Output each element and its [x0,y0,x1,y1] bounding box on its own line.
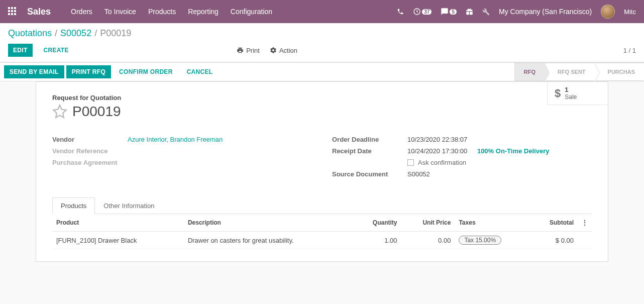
checkbox-icon[interactable] [407,159,414,166]
cell-unit-price: 0.00 [401,232,455,249]
cell-subtotal: $ 0.00 [530,232,578,249]
user-name[interactable]: Mitc [624,8,636,16]
breadcrumb-mid[interactable]: S00052 [60,28,91,39]
stage-rfq-sent[interactable]: RFQ SENT [545,63,595,81]
print-label: Print [246,47,260,54]
fields-left: Vendor Azure Interior, Brandon Freeman V… [52,134,312,180]
stage-rfq[interactable]: RFQ [514,63,545,81]
source-doc-value: S00052 [407,170,430,178]
create-button[interactable]: CREATE [39,44,74,57]
control-panel: Quotations / S00052 / P00019 EDIT CREATE… [0,23,644,62]
stage-purchase[interactable]: PURCHAS [595,63,644,81]
tabs: Products Other Information [52,197,592,214]
action-label: Action [279,47,297,54]
th-options[interactable]: ⋮ [578,214,592,232]
ask-confirmation-spacer [332,159,407,166]
tools-icon[interactable] [482,8,490,16]
on-time-delivery-link[interactable]: 100% On-Time Delivery [477,147,550,155]
breadcrumb: Quotations / S00052 / P00019 [8,28,636,39]
th-unit-price[interactable]: Unit Price [401,214,455,232]
order-deadline-value: 10/23/2020 22:38:07 [407,136,467,143]
cell-options [578,232,592,249]
form-sheet: $ 1 Sale Request for Quotation P00019 [36,81,608,262]
th-description[interactable]: Description [184,214,353,232]
nav-to-invoice[interactable]: To Invoice [104,8,136,16]
fields-right: Order Deadline 10/23/2020 22:38:07 Recei… [332,134,592,180]
th-quantity[interactable]: Quantity [353,214,401,232]
doc-title: P00019 [72,104,121,120]
tab-products[interactable]: Products [52,197,95,214]
purchase-agreement-label: Purchase Agreement [52,159,128,166]
print-action-group: Print Action [237,47,297,54]
app-brand[interactable]: Sales [27,7,51,17]
dollar-icon: $ [555,87,561,100]
activities-badge: 37 [422,9,432,15]
gift-icon[interactable] [466,8,473,16]
pager[interactable]: 1 / 1 [623,47,636,54]
stat-count: 1 [565,86,577,93]
print-icon [237,47,244,54]
tab-other-info[interactable]: Other Information [95,197,163,214]
discuss-icon[interactable]: 5 [441,8,457,16]
ask-confirmation-field[interactable]: Ask confirmation [407,159,466,166]
print-rfq-button[interactable]: PRINT RFQ [66,65,111,78]
th-taxes[interactable]: Taxes [455,214,530,232]
phone-icon[interactable] [397,8,404,15]
vendor-ref-label: Vendor Reference [52,147,128,155]
send-email-button[interactable]: SEND BY EMAIL [4,65,64,78]
tax-badge: Tax 15.00% [459,236,501,245]
stat-button-box: $ 1 Sale [547,82,608,105]
breadcrumb-root[interactable]: Quotations [8,28,52,39]
breadcrumb-sep: / [94,28,97,39]
confirm-order-button[interactable]: CONFIRM ORDER [112,66,180,78]
breadcrumb-current: P00019 [100,28,131,39]
doc-type-label: Request for Quotation [52,94,592,102]
company-selector[interactable]: My Company (San Francisco) [499,8,592,16]
th-product[interactable]: Product [52,214,184,232]
print-button[interactable]: Print [237,47,260,54]
nav-right: 37 5 My Company (San Francisco) Mitc [397,5,636,19]
cell-taxes: Tax 15.00% [455,232,530,249]
nav-links: Orders To Invoice Products Reporting Con… [71,8,272,16]
avatar[interactable] [601,5,615,19]
source-doc-label: Source Document [332,170,407,178]
top-nav: Sales Orders To Invoice Products Reporti… [0,0,644,23]
nav-products[interactable]: Products [148,8,176,16]
cell-quantity: 1.00 [353,232,401,249]
table-row[interactable]: [FURN_2100] Drawer Black Drawer on caste… [52,232,592,249]
vendor-link[interactable]: Azure Interior, Brandon Freeman [128,136,223,143]
stat-label: Sale [565,93,577,100]
nav-reporting[interactable]: Reporting [188,8,219,16]
nav-configuration[interactable]: Configuration [231,8,272,16]
cell-product: [FURN_2100] Drawer Black [52,232,184,249]
discuss-badge: 5 [450,9,457,15]
ask-confirmation-label: Ask confirmation [418,159,466,166]
vendor-label: Vendor [52,136,128,143]
stat-sale-button[interactable]: $ 1 Sale [548,82,608,105]
breadcrumb-sep: / [55,28,57,39]
nav-orders[interactable]: Orders [71,8,92,16]
priority-star-icon[interactable] [52,104,67,119]
receipt-date-value: 10/24/2020 17:30:00 [407,147,467,155]
cancel-button[interactable]: CANCEL [180,66,220,78]
edit-button[interactable]: EDIT [8,44,33,57]
th-subtotal[interactable]: Subtotal [530,214,578,232]
gear-icon [270,47,277,54]
action-button[interactable]: Action [270,47,297,54]
order-deadline-label: Order Deadline [332,136,407,143]
order-lines-table: Product Description Quantity Unit Price … [52,214,592,249]
apps-icon[interactable] [8,7,17,16]
activities-icon[interactable]: 37 [413,8,432,16]
status-stages: RFQ RFQ SENT PURCHAS [514,63,644,81]
receipt-date-label: Receipt Date [332,147,407,155]
cell-description: Drawer on casters for great usability. [184,232,353,249]
status-bar: SEND BY EMAIL PRINT RFQ CONFIRM ORDER CA… [0,62,644,81]
